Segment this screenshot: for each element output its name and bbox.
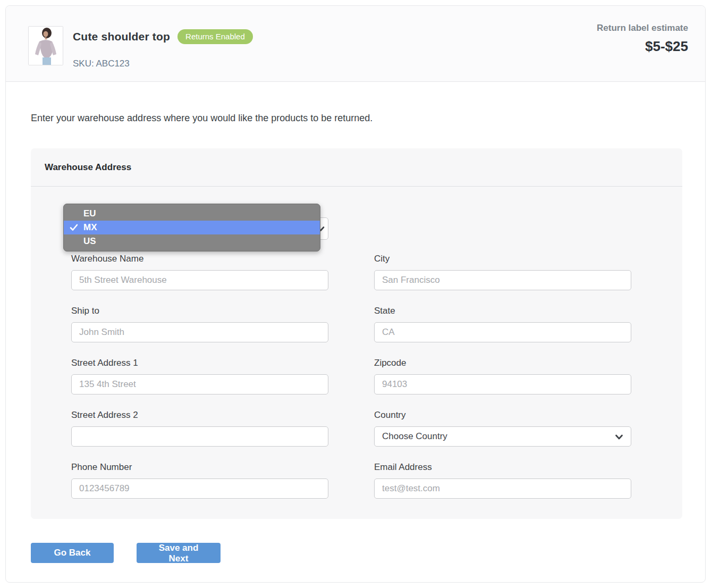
field-label: Phone Number bbox=[71, 462, 328, 473]
form-column-left: Warehouse Name Ship to Street Address 1 … bbox=[71, 217, 328, 514]
field-label: Street Address 1 bbox=[71, 358, 328, 368]
product-image-graphic bbox=[29, 27, 63, 65]
field-street-address-1: Street Address 1 bbox=[71, 358, 328, 394]
field-label: Warehouse Name bbox=[71, 254, 328, 264]
form-column-right: City State Zipcode Country Choose Countr… bbox=[374, 254, 631, 514]
field-label: Zipcode bbox=[374, 358, 631, 368]
field-email-address: Email Address bbox=[374, 462, 631, 499]
returns-enabled-badge: Returns Enabled bbox=[177, 29, 253, 44]
field-label: State bbox=[374, 306, 631, 316]
field-country: Country Choose Country bbox=[374, 410, 631, 447]
field-ship-to: Ship to bbox=[71, 306, 328, 342]
field-label: Street Address 2 bbox=[71, 410, 328, 421]
street-address-2-input[interactable] bbox=[71, 426, 328, 447]
country-select-value: Choose Country bbox=[382, 431, 447, 442]
field-label: City bbox=[374, 254, 631, 264]
dropdown-option-mx[interactable]: MX bbox=[64, 221, 320, 234]
email-address-input[interactable] bbox=[374, 478, 631, 499]
save-and-next-button[interactable]: Save and Next bbox=[137, 543, 221, 563]
option-label: MX bbox=[83, 222, 97, 233]
chevron-down-icon bbox=[615, 433, 623, 443]
field-street-address-2: Street Address 2 bbox=[71, 410, 328, 447]
check-icon bbox=[70, 223, 78, 234]
ship-to-input[interactable] bbox=[71, 322, 328, 342]
card-title: Warehouse Address bbox=[45, 162, 131, 173]
warehouse-address-card: Warehouse Address Warehouse Name Ship to… bbox=[31, 148, 682, 519]
dropdown-option-eu[interactable]: EU bbox=[64, 207, 320, 221]
estimate-label: Return label estimate bbox=[597, 23, 688, 33]
field-label: Country bbox=[374, 410, 631, 421]
product-image bbox=[28, 26, 63, 65]
field-city: City bbox=[374, 254, 631, 290]
dropdown-option-us[interactable]: US bbox=[64, 234, 320, 248]
country-select[interactable]: Choose Country bbox=[374, 426, 631, 447]
phone-number-input[interactable] bbox=[71, 478, 328, 499]
option-label: EU bbox=[83, 208, 96, 219]
option-label: US bbox=[83, 236, 96, 247]
state-input[interactable] bbox=[374, 322, 631, 342]
product-sku: SKU: ABC123 bbox=[73, 58, 130, 69]
instruction-text: Enter your warehouse address where you w… bbox=[31, 113, 373, 124]
region-dropdown-popup: EU MX US bbox=[63, 204, 320, 251]
warehouse-name-input[interactable] bbox=[71, 270, 328, 290]
field-label: Email Address bbox=[374, 462, 631, 473]
go-back-button[interactable]: Go Back bbox=[31, 543, 114, 563]
street-address-1-input[interactable] bbox=[71, 374, 328, 394]
field-state: State bbox=[374, 306, 631, 342]
return-label-estimate: Return label estimate $5-$25 bbox=[597, 23, 688, 55]
field-phone-number: Phone Number bbox=[71, 462, 328, 499]
field-zipcode: Zipcode bbox=[374, 358, 631, 394]
product-header: Cute shoulder top Returns Enabled SKU: A… bbox=[6, 6, 705, 82]
city-input[interactable] bbox=[374, 270, 631, 290]
field-warehouse-name: Warehouse Name bbox=[71, 254, 328, 290]
zipcode-input[interactable] bbox=[374, 374, 631, 394]
page-container: Cute shoulder top Returns Enabled SKU: A… bbox=[5, 5, 706, 583]
product-title: Cute shoulder top bbox=[73, 30, 170, 43]
footer-buttons: Go Back Save and Next bbox=[31, 543, 221, 563]
estimate-value: $5-$25 bbox=[597, 38, 688, 55]
field-label: Ship to bbox=[71, 306, 328, 316]
card-header: Warehouse Address bbox=[31, 148, 682, 187]
